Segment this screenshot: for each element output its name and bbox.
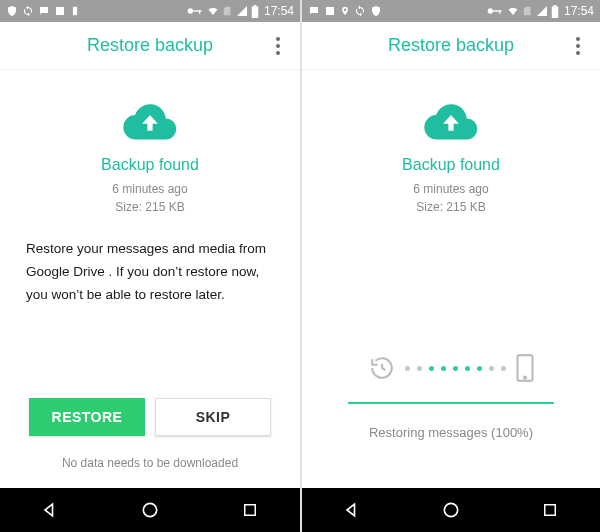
- svg-point-5: [143, 503, 156, 516]
- progress-dots: [405, 366, 506, 371]
- backup-time: 6 minutes ago: [413, 180, 488, 198]
- no-sim-icon: [223, 5, 233, 17]
- location-icon: [340, 5, 350, 17]
- nav-back-button[interactable]: [327, 500, 377, 520]
- device-icon: [70, 5, 80, 17]
- svg-rect-4: [254, 5, 257, 6]
- sync-icon: [22, 5, 34, 17]
- shield-icon: [6, 5, 18, 17]
- svg-point-0: [188, 8, 193, 13]
- app-bar: Restore backup: [302, 22, 600, 70]
- svg-rect-6: [245, 505, 256, 516]
- image-icon: [54, 5, 66, 17]
- status-right-icons: 17:54: [187, 4, 294, 18]
- backup-found-heading: Backup found: [402, 156, 500, 174]
- status-bar: 17:54: [302, 0, 600, 22]
- no-sim-icon: [523, 5, 533, 17]
- shield-icon: [370, 5, 382, 17]
- status-right-icons: 17:54: [487, 4, 594, 18]
- nav-recents-button[interactable]: [225, 501, 275, 519]
- history-icon: [369, 355, 395, 381]
- svg-rect-11: [554, 5, 557, 6]
- backup-meta: 6 minutes ago Size: 215 KB: [112, 180, 187, 216]
- status-time: 17:54: [264, 4, 294, 18]
- phone-right: 17:54 Restore backup Backup found 6 minu…: [300, 0, 600, 532]
- svg-rect-9: [499, 10, 500, 13]
- wifi-icon: [206, 5, 220, 17]
- progress-bar: [348, 402, 554, 404]
- overflow-menu-button[interactable]: [566, 34, 590, 58]
- svg-point-14: [444, 503, 457, 516]
- phone-left: 17:54 Restore backup Backup found 6 minu…: [0, 0, 300, 532]
- cloud-upload-icon: [122, 102, 178, 142]
- cloud-upload-icon: [423, 102, 479, 142]
- message-icon: [308, 5, 320, 17]
- phone-icon: [516, 354, 534, 382]
- wifi-icon: [506, 5, 520, 17]
- page-title: Restore backup: [87, 35, 213, 56]
- key-icon: [187, 6, 203, 16]
- backup-size: Size: 215 KB: [112, 198, 187, 216]
- sync-icon: [354, 5, 366, 17]
- svg-point-13: [523, 377, 525, 379]
- nav-home-button[interactable]: [426, 500, 476, 520]
- key-icon: [487, 6, 503, 16]
- restoring-status: Restoring messages (100%): [302, 425, 600, 440]
- svg-rect-2: [199, 10, 200, 13]
- app-bar: Restore backup: [0, 22, 300, 70]
- download-note: No data needs to be downloaded: [0, 456, 300, 470]
- backup-found-heading: Backup found: [101, 156, 199, 174]
- svg-point-7: [488, 8, 493, 13]
- nav-bar: [302, 488, 600, 532]
- nav-home-button[interactable]: [125, 500, 175, 520]
- svg-rect-3: [252, 6, 259, 18]
- restore-description: Restore your messages and media from Goo…: [20, 238, 280, 307]
- image-icon: [324, 5, 336, 17]
- overflow-menu-button[interactable]: [266, 34, 290, 58]
- nav-recents-button[interactable]: [525, 501, 575, 519]
- restore-animation: [302, 354, 600, 382]
- battery-icon: [251, 5, 259, 18]
- button-row: RESTORE SKIP: [0, 398, 300, 436]
- status-left-icons: [6, 5, 80, 17]
- backup-meta: 6 minutes ago Size: 215 KB: [413, 180, 488, 216]
- signal-icon: [236, 5, 248, 17]
- skip-button[interactable]: SKIP: [155, 398, 271, 436]
- status-left-icons: [308, 5, 382, 17]
- svg-rect-15: [545, 505, 556, 516]
- restore-button[interactable]: RESTORE: [29, 398, 145, 436]
- nav-bar: [0, 488, 300, 532]
- status-bar: 17:54: [0, 0, 300, 22]
- svg-rect-10: [552, 6, 559, 18]
- message-icon: [38, 5, 50, 17]
- battery-icon: [551, 5, 559, 18]
- page-title: Restore backup: [388, 35, 514, 56]
- status-time: 17:54: [564, 4, 594, 18]
- nav-back-button[interactable]: [25, 500, 75, 520]
- backup-size: Size: 215 KB: [413, 198, 488, 216]
- backup-time: 6 minutes ago: [112, 180, 187, 198]
- signal-icon: [536, 5, 548, 17]
